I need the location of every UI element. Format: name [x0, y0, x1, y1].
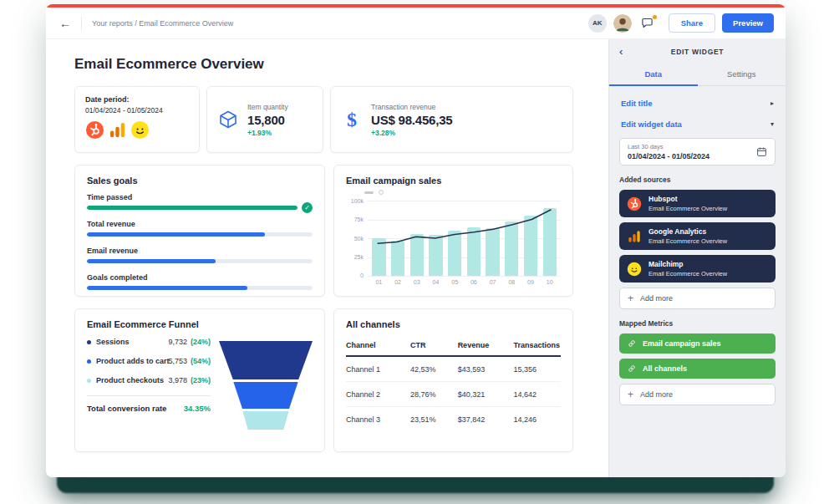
pager-active-icon[interactable]: [364, 191, 374, 194]
chat-button[interactable]: [638, 14, 657, 33]
all-channels-card[interactable]: All channels ChannelCTRRevenueTransactio…: [333, 308, 573, 452]
source-card-google-analytics[interactable]: Google AnalyticsEmail Ecommerce Overview: [619, 222, 776, 250]
metric-label: Email campaign sales: [643, 339, 721, 348]
funnel-card[interactable]: Email Ecommerce Funnel Sessions9,732(24%…: [74, 308, 325, 452]
funnel-item-value: 9,732: [168, 338, 187, 346]
table-row: Channel 228,76%$40,32114,642: [346, 382, 561, 407]
add-more-label: Add more: [640, 390, 673, 399]
y-axis-label: 25k: [354, 254, 364, 260]
table-cell: $43,593: [458, 356, 514, 382]
funnel-item-pct: (24%): [191, 338, 211, 346]
kpi-row: Date period: 01/04/2024 - 01/05/2024 Ite…: [74, 86, 573, 153]
add-source-button[interactable]: + Add more: [619, 288, 776, 309]
dollar-icon: $: [341, 109, 363, 131]
item-quantity-card[interactable]: Item quantity 15,800 +1.93%: [206, 86, 323, 153]
goal-fill: [87, 206, 298, 210]
tab-settings[interactable]: Settings: [698, 64, 786, 85]
report-canvas: Email Ecommerce Overview Date period: 01…: [46, 39, 608, 477]
x-axis-label: 04: [426, 279, 445, 285]
date-period-label: Date period:: [85, 95, 189, 104]
bullet-icon: [87, 359, 91, 364]
funnel-segment: [219, 411, 313, 430]
date-range-value: 01/04/2024 - 01/05/2024: [628, 152, 709, 160]
panel-back-chevron-icon[interactable]: ‹: [619, 46, 623, 57]
calendar-icon: [756, 146, 767, 157]
topbar-actions: AK Share Preview: [588, 13, 774, 33]
chart-pager: [364, 189, 561, 196]
goal-item: Email revenue: [87, 247, 313, 263]
transaction-revenue-texts: Transaction revenue US$ 98.456,35 +3.28%: [371, 103, 452, 137]
funnel-total-value: 34.35%: [184, 404, 211, 413]
item-quantity-texts: Item quantity 15,800 +1.93%: [247, 103, 288, 137]
goal-progress: [87, 232, 313, 237]
sources-list: HubspotEmail Ecommerce OverviewGoogle An…: [619, 190, 776, 283]
goal-fill: [87, 286, 247, 290]
table-row: Channel 142,53%$43,59315,356: [346, 356, 561, 382]
email-campaign-sales-card[interactable]: Email campaign sales 100k75k50k25k0: [333, 165, 573, 297]
share-button[interactable]: Share: [669, 13, 715, 33]
funnel-item-label: Product adds to cart: [96, 357, 170, 365]
y-axis-label: 100k: [351, 198, 364, 204]
date-range-selector[interactable]: Last 30 days 01/04/2024 - 01/05/2024: [619, 138, 776, 165]
table-cell: 14,642: [513, 382, 561, 407]
table-cell: Channel 3: [346, 407, 410, 432]
edit-title-row[interactable]: Edit title ▸: [619, 93, 776, 114]
avatar-photo[interactable]: [613, 14, 632, 33]
funnel-title: Email Ecommerce Funnel: [87, 319, 313, 329]
back-button[interactable]: ←: [59, 18, 76, 29]
funnel-item-label: Product checkouts: [96, 376, 164, 384]
goal-track: [87, 232, 313, 237]
goal-progress: ✓: [87, 206, 313, 210]
tab-data[interactable]: Data: [609, 64, 698, 85]
x-axis-label: 01: [369, 279, 389, 285]
item-quantity-delta: +1.93%: [247, 129, 288, 137]
funnel-item-left: Product adds to cart: [87, 357, 168, 365]
date-preset-label: Last 30 days: [628, 143, 709, 150]
goal-progress: [87, 259, 313, 263]
funnel-item-values: 3,978(23%): [168, 376, 211, 384]
date-period-card[interactable]: Date period: 01/04/2024 - 01/05/2024: [74, 86, 200, 153]
edit-title-link[interactable]: Edit title: [621, 99, 652, 108]
table-cell: 42,53%: [410, 356, 458, 382]
arrow-left-icon: ←: [59, 17, 71, 30]
add-metric-button[interactable]: + Add more: [619, 384, 776, 405]
edit-widget-data-link[interactable]: Edit widget data: [621, 120, 682, 129]
source-card-hubspot[interactable]: HubspotEmail Ecommerce Overview: [619, 190, 776, 217]
column-header: CTR: [410, 336, 458, 356]
funnel-graphic: [219, 338, 313, 430]
link-icon: [628, 339, 636, 348]
x-axis-label: 06: [465, 279, 484, 285]
goal-label: Time passed: [87, 193, 313, 201]
preview-button[interactable]: Preview: [722, 13, 774, 33]
date-period-source-icons: [85, 120, 189, 140]
transaction-revenue-card[interactable]: $ Transaction revenue US$ 98.456,35 +3.2…: [330, 86, 573, 153]
goal-fill: [87, 259, 216, 263]
panel-header: ‹ EDIT WIDGET: [609, 39, 786, 64]
funnel-item-left: Sessions: [87, 338, 130, 346]
edit-widget-data-row[interactable]: Edit widget data ▾: [619, 114, 776, 135]
avatar-initials[interactable]: AK: [588, 14, 607, 33]
x-axis-label: 03: [407, 279, 426, 285]
goal-item: Time passed✓: [87, 193, 313, 210]
mapped-metric-2[interactable]: All channels: [619, 359, 776, 379]
source-card-mailchimp[interactable]: MailchimpEmail Ecommerce Overview: [619, 255, 776, 283]
funnel-item-value: 5,753: [168, 357, 187, 365]
check-circle-icon: ✓: [302, 202, 313, 213]
bullet-icon: [87, 379, 91, 383]
chat-bubble-icon: [641, 17, 654, 29]
channels-table: ChannelCTRRevenueTransactions Channel 14…: [346, 336, 561, 431]
google-analytics-icon: [108, 120, 127, 140]
breadcrumb: Your reports / Email Ecommerce Overview: [92, 19, 233, 28]
mailchimp-icon: [627, 262, 642, 277]
funnel-list-item: Product checkouts3,978(23%): [87, 376, 211, 384]
pager-dot-icon[interactable]: [379, 190, 384, 195]
metric-label: All channels: [643, 364, 687, 373]
mapped-metric-1[interactable]: Email campaign sales: [619, 333, 776, 354]
sales-goals-card[interactable]: Sales goals Time passed✓Total revenueEma…: [74, 165, 325, 297]
source-texts: MailchimpEmail Ecommerce Overview: [648, 260, 727, 277]
goal-track: [87, 206, 298, 210]
person-icon: [613, 14, 632, 33]
goal-label: Email revenue: [87, 247, 313, 255]
metrics-list: Email campaign salesAll channels: [619, 333, 776, 379]
topbar: ← Your reports / Email Ecommerce Overvie…: [46, 8, 786, 39]
